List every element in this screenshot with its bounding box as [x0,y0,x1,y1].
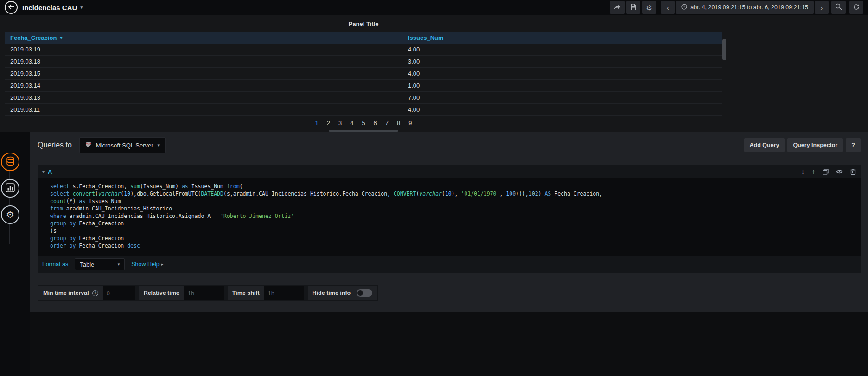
duplicate-query-icon[interactable] [823,169,829,175]
table-row: 2019.03.194.00 [5,44,722,56]
back-button[interactable] [5,1,18,14]
dashboard-panel-area: Panel Title Fecha_Creacion ▼ Issues_Num … [0,15,868,132]
table-row: 2019.03.183.00 [5,56,722,68]
chevron-right-icon: ▸ [161,262,164,267]
pagination-page-6[interactable]: 6 [374,120,377,127]
sql-code-line: select convert(varchar(10),dbo.GetLocalF… [50,190,856,198]
query-row-a: ▾ A ↓ ↑ [38,165,861,273]
database-icon [6,156,15,167]
sql-code-line: order by Fecha_Creacion desc [50,242,856,249]
table-row: 2019.03.137.00 [5,92,722,104]
table-cell: 2019.03.15 [5,68,402,79]
format-row: Format as Table ▾ Show Help ▸ [38,256,861,273]
queries-editor: Queries to Microsoft SQL Server ▾ Add Qu… [30,132,868,312]
min-time-interval-input[interactable] [103,286,135,300]
chevron-left-icon: ‹ [667,4,669,11]
share-button[interactable] [610,1,625,14]
gear-icon: ⚙ [6,210,14,219]
general-tab[interactable]: ⚙ [1,205,19,224]
query-inspector-button[interactable]: Query Inspector [787,138,843,152]
query-row-header: ▾ A ↓ ↑ [38,165,861,178]
queries-header: Queries to Microsoft SQL Server ▾ Add Qu… [30,132,868,158]
sql-code-line: where aradmin.CAU_Incidencias_Historico.… [50,212,856,220]
table-cell: 3.00 [402,56,722,67]
queries-to-label: Queries to [38,141,72,149]
move-query-up-icon[interactable]: ↑ [812,168,815,175]
dashboard-title: Incidencias CAU [22,4,77,12]
time-range-back-button[interactable]: ‹ [661,1,675,14]
chevron-down-icon: ▾ [80,5,83,10]
sql-query-editor[interactable]: select s.Fecha_Creacion, sum(Issues_Num)… [38,178,861,256]
panel-title[interactable]: Panel Title [349,20,379,27]
datasource-picker[interactable]: Microsoft SQL Server ▾ [79,137,166,153]
refresh-button[interactable] [849,1,863,14]
info-icon[interactable]: i [92,290,98,296]
pagination-page-9[interactable]: 9 [408,120,412,127]
relative-time-input[interactable] [184,286,224,300]
chevron-down-icon: ▾ [158,143,160,147]
zoom-out-button[interactable] [831,1,846,14]
time-range-picker[interactable]: abr. 4, 2019 09:21:15 to abr. 6, 2019 09… [676,1,814,14]
chevron-down-icon: ▾ [118,262,120,267]
share-icon [613,4,621,12]
pagination-page-7[interactable]: 7 [385,120,389,127]
save-icon [630,4,637,12]
min-time-interval-chip: Min time interval i [38,286,103,300]
vertical-scrollbar[interactable] [722,39,726,60]
pagination-page-2[interactable]: 2 [327,120,330,127]
format-as-select[interactable]: Table ▾ [75,258,125,270]
pagination-page-3[interactable]: 3 [338,120,342,127]
delete-query-trash-icon[interactable] [850,168,856,175]
move-query-down-icon[interactable]: ↓ [801,168,804,175]
refresh-icon [853,4,860,12]
pagination-page-8[interactable]: 8 [397,120,400,127]
time-shift-input[interactable] [264,286,304,300]
table-cell: 4.00 [402,104,722,115]
zoom-out-icon [835,3,842,12]
visualization-tab[interactable] [1,179,19,198]
table-row: 2019.03.141.00 [5,80,722,92]
clock-icon [681,4,687,11]
pagination-page-1[interactable]: 1 [315,120,318,127]
table-cell: 2019.03.19 [5,44,402,55]
table-pagination: 123456789 [5,120,722,127]
time-range-label: abr. 4, 2019 09:21:15 to abr. 6, 2019 09… [690,4,808,11]
queries-tab[interactable] [1,153,19,171]
query-ref-letter[interactable]: A [48,168,52,175]
sql-code-line: group by Fecha_Creacion [50,220,856,227]
table-cell: 2019.03.18 [5,56,402,67]
query-time-options: Min time interval i Relative time Time s… [38,285,378,301]
editor-background-filler [30,312,868,376]
sql-code-line: )s [50,227,856,235]
hide-time-info-chip: Hide time info [308,286,377,300]
settings-button[interactable]: ⚙ [642,1,656,14]
time-shift-chip: Time shift [228,286,264,300]
table-cell: 4.00 [402,44,722,55]
time-range-forward-button[interactable]: › [815,1,829,14]
column-header-fecha-creacion[interactable]: Fecha_Creacion ▼ [5,32,402,44]
horizontal-scrollbar[interactable] [329,130,398,132]
table-body: 2019.03.194.002019.03.183.002019.03.154.… [5,44,722,116]
sql-code-line: group by Fecha_Creacion [50,235,856,242]
add-query-button[interactable]: Add Query [744,138,785,152]
format-as-label: Format as [42,261,68,268]
pagination-page-5[interactable]: 5 [362,120,365,127]
datasource-name: Microsoft SQL Server [96,142,153,149]
dashboard-title-dropdown[interactable]: Incidencias CAU ▾ [22,4,83,12]
gear-icon: ⚙ [646,4,652,11]
show-help-link[interactable]: Show Help ▸ [131,261,163,268]
table-cell: 7.00 [402,92,722,103]
column-header-issues-num[interactable]: Issues_Num [402,32,722,44]
help-button[interactable]: ? [846,138,861,152]
hide-time-info-toggle[interactable] [357,289,372,297]
format-as-value: Table [80,261,94,268]
collapse-icon[interactable]: ▾ [42,169,45,174]
disable-query-eye-icon[interactable] [836,169,843,174]
pagination-page-4[interactable]: 4 [350,120,353,127]
arrow-left-icon [8,4,14,11]
table-header-row: Fecha_Creacion ▼ Issues_Num [5,32,722,44]
table-cell: 2019.03.14 [5,80,402,91]
table-cell: 2019.03.13 [5,92,402,103]
save-button[interactable] [626,1,640,14]
panel-editor: ⚙ Queries to Microsoft SQL Server ▾ Add … [0,132,868,376]
